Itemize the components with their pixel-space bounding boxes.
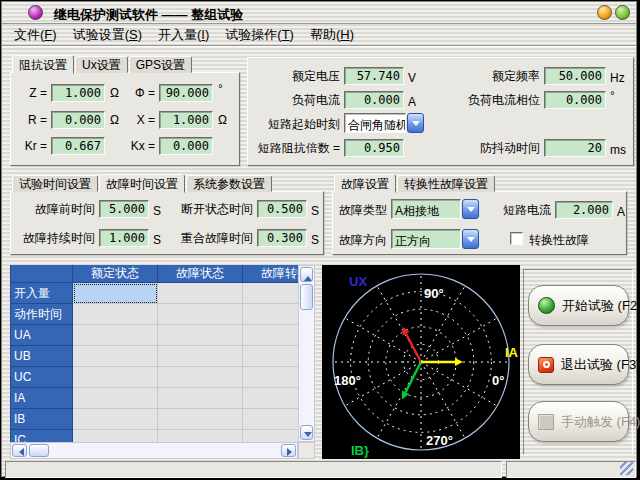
table-row-header: 动作时间 [11, 304, 73, 325]
table-cell[interactable] [73, 304, 158, 325]
table-cell[interactable] [158, 409, 243, 430]
table-cell[interactable] [243, 409, 298, 430]
tab-test-time[interactable]: 试验时间设置 [12, 175, 98, 192]
table-cell[interactable] [243, 325, 298, 346]
table-row: UB [11, 346, 298, 367]
x-input[interactable]: 1.000 [159, 111, 213, 129]
table-cell[interactable] [158, 430, 243, 442]
load-phase-input[interactable]: 0.000 [544, 91, 606, 109]
time-panel: 故障前时间 5.000 S 断开状态时间 0.500 S 故障持续时间 1.00… [10, 191, 324, 255]
table-row: IB [11, 409, 298, 430]
kr-input[interactable]: 0.667 [51, 137, 105, 155]
table-cell[interactable] [243, 388, 298, 409]
table-cell[interactable] [243, 304, 298, 325]
table-cell[interactable] [158, 283, 243, 304]
scroll-right-button[interactable] [281, 444, 296, 457]
table-cell[interactable] [243, 346, 298, 367]
menu-help[interactable]: 帮助(H) [302, 26, 362, 44]
r-unit: Ω [110, 111, 119, 129]
phasor-label: 90° [424, 286, 444, 301]
vertical-scroll-thumb[interactable] [300, 284, 313, 310]
tab-gps-settings[interactable]: GPS设置 [129, 56, 192, 73]
duration-input[interactable]: 1.000 [99, 229, 149, 247]
menu-test-operation[interactable]: 试验操作(T) [217, 26, 302, 44]
phasor-label: 270° [426, 433, 453, 448]
table-cell[interactable] [243, 430, 298, 442]
rated-freq-input[interactable]: 50.000 [544, 67, 606, 85]
table-cell[interactable] [243, 367, 298, 388]
scroll-left-button[interactable] [12, 444, 27, 457]
phi-input[interactable]: 90.000 [159, 84, 213, 102]
table-cell[interactable] [73, 283, 158, 304]
r-label: R = [15, 111, 47, 129]
exit-test-button[interactable]: 退出试验 (F3) [528, 344, 629, 385]
debounce-input[interactable]: 20 [544, 139, 606, 157]
dropdown-button[interactable] [462, 229, 479, 249]
table-cell[interactable] [158, 367, 243, 388]
reclose-input[interactable]: 0.300 [257, 229, 307, 247]
dropdown-button[interactable] [407, 113, 424, 133]
horizontal-scroll-thumb[interactable] [29, 444, 49, 457]
table-cell[interactable] [73, 346, 158, 367]
menu-test-settings[interactable]: 试验设置(S) [65, 26, 150, 44]
table-row: IA [11, 388, 298, 409]
manual-trigger-icon [538, 414, 554, 430]
scroll-up-button[interactable] [300, 267, 313, 282]
rated-freq-label: 额定频率 [432, 67, 540, 85]
fault-tabs: 故障设置 转换性故障设置 [334, 173, 496, 192]
debounce-label: 防抖动时间 [432, 139, 540, 157]
app-icon [28, 5, 43, 20]
tab-ux-settings[interactable]: Ux设置 [75, 56, 128, 73]
rated-voltage-input[interactable]: 57.740 [344, 67, 404, 85]
sc-ratio-input[interactable]: 0.950 [344, 139, 404, 157]
phi-label: Φ = [119, 84, 155, 102]
tab-convert-fault-settings[interactable]: 转换性故障设置 [397, 175, 495, 192]
menu-file[interactable]: 文件(F) [6, 26, 65, 44]
table-cell[interactable] [158, 346, 243, 367]
prefault-unit: S [153, 202, 161, 220]
resize-grip[interactable] [620, 462, 633, 475]
tab-fault-time[interactable]: 故障时间设置 [99, 174, 185, 193]
arrow-right-icon [287, 448, 296, 456]
tab-system-params[interactable]: 系统参数设置 [186, 175, 272, 192]
phasor-label: IA [505, 345, 519, 360]
dropdown-button[interactable] [462, 199, 479, 219]
menu-binary-input[interactable]: 开入量(I) [150, 26, 217, 44]
minimize-button[interactable] [597, 5, 612, 20]
open-time-input[interactable]: 0.500 [257, 200, 307, 218]
rated-voltage-unit: V [408, 69, 416, 87]
tab-impedance-settings[interactable]: 阻抗设置 [12, 55, 74, 74]
table-cell[interactable] [73, 409, 158, 430]
table-cell[interactable] [73, 430, 158, 442]
open-time-label: 断开状态时间 [167, 200, 253, 218]
scroll-down-button[interactable] [300, 425, 313, 440]
z-input[interactable]: 1.000 [51, 84, 105, 102]
fault-type-combo[interactable]: A相接地 [391, 199, 479, 219]
table-horizontal-scrollbar[interactable] [10, 442, 298, 459]
fault-direction-combo[interactable]: 正方向 [391, 229, 479, 249]
close-button[interactable] [615, 5, 630, 20]
fault-type-value: A相接地 [391, 199, 461, 219]
manual-trigger-button[interactable]: 手动触发 (F4) [528, 401, 629, 442]
status-bar-left [5, 461, 502, 478]
sc-start-combo[interactable]: 合闸角随机 [344, 113, 424, 133]
start-test-button[interactable]: 开始试验 (F2) [528, 285, 629, 326]
tab-fault-settings[interactable]: 故障设置 [334, 174, 396, 193]
table-cell[interactable] [158, 304, 243, 325]
sc-current-input[interactable]: 2.000 [555, 201, 613, 219]
prefault-input[interactable]: 5.000 [99, 200, 149, 218]
table-cell[interactable] [158, 325, 243, 346]
table-cell[interactable] [73, 325, 158, 346]
convert-fault-checkbox[interactable] [510, 232, 523, 245]
table-cell[interactable] [158, 388, 243, 409]
scrollbar-corner [298, 442, 315, 459]
kx-input[interactable]: 0.000 [159, 137, 213, 155]
table-cell[interactable] [243, 283, 298, 304]
table-cell[interactable] [73, 388, 158, 409]
table-cell[interactable] [73, 367, 158, 388]
r-input[interactable]: 0.000 [51, 111, 105, 129]
table-vertical-scrollbar[interactable] [298, 265, 315, 442]
load-current-input[interactable]: 0.000 [344, 91, 404, 109]
impedance-tabs: 阻抗设置 Ux设置 GPS设置 [12, 54, 193, 73]
x-label: X = [119, 111, 155, 129]
